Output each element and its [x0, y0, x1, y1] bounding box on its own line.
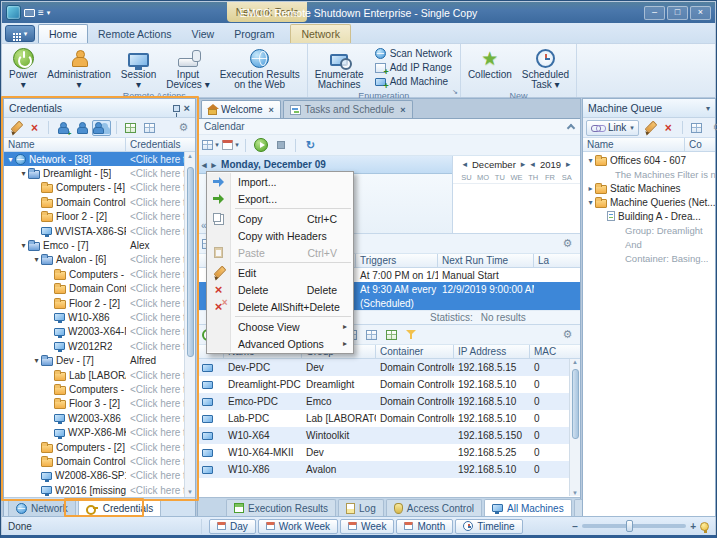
- tree-item-credentials[interactable]: <Click here t: [126, 368, 184, 382]
- tree-item-credentials[interactable]: <Click here t: [126, 253, 184, 267]
- expander-icon[interactable]: ▾: [32, 255, 41, 264]
- application-menu-button[interactable]: ▾: [5, 25, 35, 42]
- tree-item-credentials[interactable]: <Click here t: [126, 325, 184, 339]
- tree-row[interactable]: Computers - [1] <Click here t: [4, 382, 184, 396]
- ribbon-small-button[interactable]: Add IP Range: [373, 62, 454, 74]
- tree-row[interactable]: ▾ Emco - [7] Alex: [4, 238, 184, 252]
- queue-row[interactable]: Container: Basing...: [583, 251, 715, 265]
- tree-row[interactable]: Domain Controllers - [1] <Click here t: [4, 195, 184, 209]
- tree-item-credentials[interactable]: <Click here t: [126, 440, 184, 454]
- previous-year-icon[interactable]: ◂: [530, 159, 535, 169]
- menu-item[interactable]: Import...: [207, 173, 353, 190]
- tab-close-icon[interactable]: ×: [400, 105, 405, 115]
- menu-item[interactable]: Paste Ctrl+V: [207, 244, 353, 261]
- tree-item-credentials[interactable]: <Click here t: [126, 166, 184, 180]
- document-tab[interactable]: Tasks and Schedule ×: [283, 100, 413, 118]
- tree-item-credentials[interactable]: <Click here t: [126, 454, 184, 468]
- zoom-in-icon[interactable]: +: [690, 521, 696, 532]
- tree-row[interactable]: ▾ Dev - [7] Alfred: [4, 353, 184, 367]
- calendar-view-button[interactable]: Day: [209, 519, 256, 534]
- next-day-icon[interactable]: ▸: [212, 160, 217, 170]
- view-tab[interactable]: All Machines: [484, 499, 572, 516]
- panel-tab[interactable]: Credentials: [78, 499, 162, 516]
- menu-item[interactable]: Edit: [207, 264, 353, 281]
- menu-item[interactable]: Choose View ▸: [207, 318, 353, 335]
- machine-row[interactable]: Dev-PDC Dev Domain Controllers 192.168.5…: [198, 359, 580, 376]
- machines-view-3-button[interactable]: [383, 327, 400, 343]
- run-task-button[interactable]: [252, 137, 269, 153]
- tree-row[interactable]: ▾ Dreamlight - [5] <Click here t: [4, 166, 184, 180]
- menu-item[interactable]: Delete Delete: [207, 281, 353, 298]
- zoom-slider-thumb[interactable]: [626, 520, 633, 532]
- quick-access-dropdown-icon[interactable]: ▾: [47, 9, 51, 17]
- calendar-view-button[interactable]: Timeline: [455, 519, 522, 534]
- app-icon[interactable]: [6, 5, 21, 20]
- list-view-button[interactable]: [141, 120, 158, 136]
- tree-item-credentials[interactable]: <Click here t: [126, 282, 184, 296]
- enumerate-machines-button[interactable]: Enumerate Machines: [311, 45, 368, 90]
- machines-scrollbar[interactable]: ▲ ▼: [569, 359, 580, 496]
- queue-view-button[interactable]: [688, 120, 705, 136]
- tree-item-credentials[interactable]: <Click here t: [126, 411, 184, 425]
- tree-row[interactable]: W2012R2 <Click here t: [4, 339, 184, 353]
- machine-row[interactable]: Emco-PDC Emco Domain Controllers 192.168…: [198, 393, 580, 410]
- minimize-button[interactable]: –: [644, 6, 665, 20]
- menu-item[interactable]: Delete All Shift+Delete: [207, 298, 353, 315]
- expander-icon[interactable]: ▾: [586, 156, 595, 165]
- ribbon-tab[interactable]: Remote Actions: [88, 24, 182, 43]
- show-users-button[interactable]: [92, 120, 111, 136]
- calendar-view-button[interactable]: ▾: [202, 137, 219, 153]
- queue-settings-button[interactable]: [709, 120, 717, 136]
- column-header-container[interactable]: Container: [376, 345, 454, 358]
- chevron-down-icon[interactable]: ▾: [706, 104, 710, 113]
- tree-row[interactable]: WXP-X86-MKII <Click here t: [4, 425, 184, 439]
- machine-row[interactable]: Dreamlight-PDC Dreamlight Domain Control…: [198, 376, 580, 393]
- menu-item[interactable]: Copy with Headers: [207, 227, 353, 244]
- machines-settings-button[interactable]: [559, 327, 576, 343]
- tree-row[interactable]: Computers - [2] <Click here t: [4, 440, 184, 454]
- queue-row[interactable]: ▸ Static Machines: [583, 181, 715, 195]
- expander-icon[interactable]: ▾: [19, 241, 28, 250]
- expander-icon[interactable]: ▾: [586, 198, 595, 207]
- ribbon-small-button[interactable]: Add Machine: [373, 76, 454, 88]
- tree-item-credentials[interactable]: <Click here t: [126, 296, 184, 310]
- column-header-mac[interactable]: MAC: [530, 345, 560, 358]
- grid-view-button[interactable]: [122, 120, 139, 136]
- column-header-last[interactable]: La: [534, 254, 553, 267]
- ribbon-tab[interactable]: Program: [224, 24, 284, 43]
- ribbon-big-button[interactable]: Session ▾: [117, 45, 161, 90]
- edit-credentials-button[interactable]: [7, 120, 24, 136]
- menu-item[interactable]: Advanced Options ▸: [207, 335, 353, 352]
- tree-row[interactable]: Domain Controll... <Click here t: [4, 282, 184, 296]
- tree-item-credentials[interactable]: <Click here t: [126, 469, 184, 483]
- machines-view-2-button[interactable]: [363, 327, 380, 343]
- zoom-out-icon[interactable]: −: [572, 521, 578, 532]
- ribbon-big-button[interactable]: Collection: [464, 45, 516, 90]
- view-tab[interactable]: Execution Results: [226, 499, 336, 516]
- next-year-icon[interactable]: ▸: [566, 159, 571, 169]
- machines-filter-2-button[interactable]: [403, 327, 420, 343]
- tree-item-credentials[interactable]: <Click here t: [126, 181, 184, 195]
- column-header-name[interactable]: Name: [4, 138, 126, 151]
- add-user-button[interactable]: +: [54, 120, 71, 136]
- column-header-name[interactable]: Name: [583, 138, 685, 151]
- ribbon-big-button[interactable]: Power ▾: [5, 45, 41, 90]
- document-tab[interactable]: Welcome ×: [201, 100, 281, 118]
- tree-item-credentials[interactable]: Alex: [126, 238, 184, 252]
- tree-row[interactable]: Floor 2 - [2] <Click here t: [4, 210, 184, 224]
- credentials-scrollbar[interactable]: ▲ ▼: [184, 152, 195, 497]
- tree-item-credentials[interactable]: <Click here t: [126, 397, 184, 411]
- expander-icon[interactable]: ▾: [19, 169, 28, 178]
- view-tab[interactable]: Access Control: [386, 499, 482, 516]
- queue-row[interactable]: The Machines Filter is not...: [583, 167, 715, 181]
- previous-day-icon[interactable]: ◂: [202, 160, 207, 170]
- tree-item-credentials[interactable]: <Click here t: [126, 224, 184, 238]
- panel-tab[interactable]: Network: [8, 499, 76, 516]
- expander-icon[interactable]: ▾: [6, 155, 15, 164]
- tree-row[interactable]: Floor 2 - [2] <Click here t: [4, 296, 184, 310]
- column-header-count[interactable]: Co: [685, 138, 715, 151]
- maximize-button[interactable]: □: [667, 6, 688, 20]
- expander-icon[interactable]: ▸: [586, 184, 595, 193]
- machine-row[interactable]: W10-X64-MKII Dev 192.168.5.25 0: [198, 444, 580, 461]
- queue-row[interactable]: ▾ Machine Queries (Net...: [583, 195, 715, 209]
